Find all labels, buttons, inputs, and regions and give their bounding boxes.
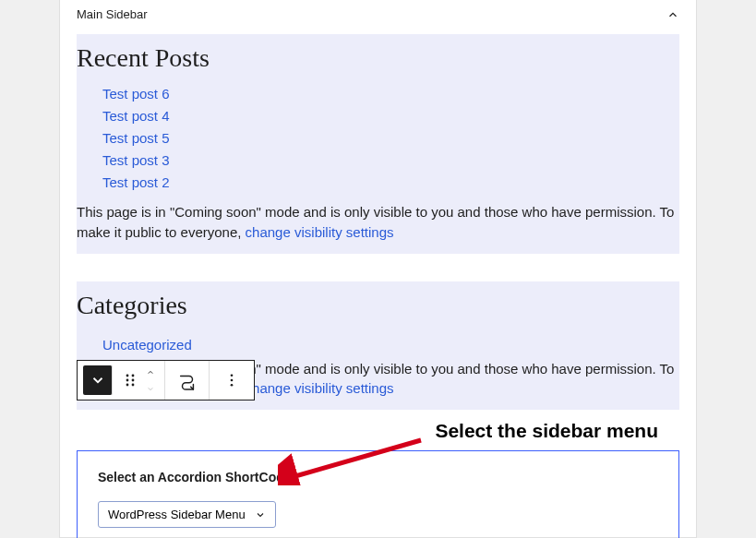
recent-posts-title: Recent Posts — [77, 43, 679, 86]
toolbar-group-block — [78, 361, 165, 400]
recent-posts-list: Test post 6 Test post 4 Test post 5 Test… — [77, 86, 679, 191]
list-item: Test post 6 — [102, 86, 679, 102]
svg-point-6 — [231, 374, 234, 377]
transform-button[interactable] — [165, 361, 210, 400]
post-link[interactable]: Test post 3 — [102, 152, 170, 168]
svg-point-8 — [231, 384, 234, 387]
svg-point-2 — [126, 379, 129, 382]
svg-point-1 — [132, 375, 135, 377]
move-arrows — [142, 364, 164, 397]
accordion-select[interactable]: WordPress Sidebar Menu — [98, 501, 276, 528]
sidebar-header[interactable]: Main Sidebar — [60, 0, 696, 34]
list-item: Test post 2 — [102, 174, 679, 191]
categories-list: Uncategorized — [77, 337, 679, 353]
select-label: Select an Accordion ShortCode: — [98, 470, 658, 484]
post-link[interactable]: Test post 5 — [102, 130, 170, 146]
collapse-icon[interactable] — [666, 8, 679, 21]
move-up-button[interactable] — [145, 364, 156, 380]
recent-posts-widget[interactable]: Recent Posts Test post 6 Test post 4 Tes… — [77, 34, 679, 254]
options-button[interactable] — [210, 361, 254, 400]
svg-point-0 — [126, 375, 129, 377]
block-type-button[interactable] — [83, 365, 113, 395]
list-item: Test post 4 — [102, 108, 679, 125]
category-link[interactable]: Uncategorized — [102, 337, 192, 353]
drag-handle-icon[interactable] — [118, 373, 142, 388]
list-item: Test post 3 — [102, 152, 679, 169]
post-link[interactable]: Test post 6 — [102, 86, 170, 102]
select-value: WordPress Sidebar Menu — [108, 508, 246, 521]
svg-point-7 — [231, 379, 234, 382]
visibility-settings-link[interactable]: change visibility settings — [246, 380, 394, 396]
move-down-button[interactable] — [145, 380, 156, 397]
editor-panel: Main Sidebar Recent Posts Test post 6 Te… — [59, 0, 697, 538]
coming-soon-notice: This page is in "Coming soon" mode and i… — [77, 197, 679, 243]
chevron-down-icon — [255, 509, 266, 520]
post-link[interactable]: Test post 2 — [102, 174, 170, 190]
accordion-shortcode-block[interactable]: Select an Accordion ShortCode: WordPress… — [77, 450, 679, 538]
svg-point-3 — [132, 379, 135, 382]
list-item: Test post 5 — [102, 130, 679, 147]
svg-point-5 — [132, 384, 135, 387]
categories-title: Categories — [77, 291, 679, 337]
post-link[interactable]: Test post 4 — [102, 108, 170, 124]
sidebar-title: Main Sidebar — [77, 7, 148, 21]
visibility-settings-link[interactable]: change visibility settings — [246, 224, 394, 240]
svg-point-4 — [126, 384, 129, 387]
list-item: Uncategorized — [102, 337, 679, 353]
block-toolbar — [77, 360, 255, 401]
